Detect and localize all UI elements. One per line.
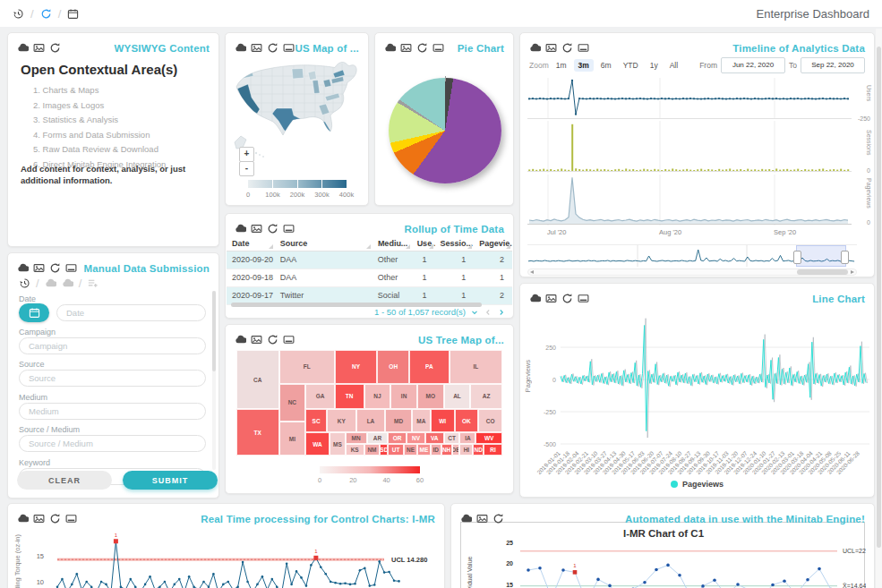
clear-button[interactable]: CLEAR xyxy=(17,471,112,490)
treemap-cell-CT[interactable]: CT xyxy=(444,432,460,444)
treemap-cell-AL[interactable]: AL xyxy=(444,384,471,409)
chevron-down-icon[interactable] xyxy=(470,308,479,317)
navigator-handle-right[interactable] xyxy=(841,251,849,264)
panel-title-manual[interactable]: Manual Data Submission xyxy=(83,263,210,274)
imr-chart-of-c1[interactable]: I-MR Chart of C1Individual Value252015UC… xyxy=(461,523,866,588)
treemap-cell-ND[interactable]: ND xyxy=(473,444,484,456)
treemap-cell-NM[interactable]: NM xyxy=(364,444,381,456)
chevron-right-ic[interactable] xyxy=(497,308,506,317)
navigator-selection[interactable] xyxy=(796,245,846,267)
page-scrollbar-thumb[interactable] xyxy=(877,47,881,548)
treemap-cell-NJ[interactable]: NJ xyxy=(364,384,391,409)
treemap-cell-RI[interactable]: RI xyxy=(484,444,502,456)
treemap-cell-AZ[interactable]: AZ xyxy=(470,384,502,409)
panel-title-control[interactable]: Real Time processing for Control Charts:… xyxy=(201,514,435,524)
treemap-cell-NY[interactable]: NY xyxy=(335,350,378,384)
panel-title-pie[interactable]: Pie Chart xyxy=(458,43,504,54)
submit-button[interactable]: SUBMIT xyxy=(123,471,218,490)
card-icon[interactable] xyxy=(65,262,77,274)
treemap-cell-ME[interactable]: ME xyxy=(417,444,431,456)
treemap-cell-KS[interactable]: KS xyxy=(346,444,364,456)
treemap-cell-UT[interactable]: UT xyxy=(388,444,404,456)
image-icon[interactable] xyxy=(545,42,557,54)
treemap-cell-TN[interactable]: TN xyxy=(335,384,364,409)
treemap-cell-WA[interactable]: WA xyxy=(305,432,330,456)
refresh-icon[interactable] xyxy=(416,42,428,54)
image-icon[interactable] xyxy=(33,262,45,274)
zoom-option-6m[interactable]: 6m xyxy=(596,59,616,72)
date-picker-button[interactable] xyxy=(19,303,49,322)
treemap-cell-IL[interactable]: IL xyxy=(450,350,502,384)
zoom-option-3m[interactable]: 3m xyxy=(574,59,594,72)
image-icon[interactable] xyxy=(33,513,45,524)
source-field[interactable] xyxy=(19,370,206,387)
chevron-left-ic[interactable] xyxy=(484,308,492,317)
zoom-option-1m[interactable]: 1m xyxy=(552,59,571,72)
users-chart[interactable] xyxy=(527,78,852,119)
refresh-icon[interactable] xyxy=(49,513,61,524)
sessions-chart[interactable] xyxy=(527,121,852,173)
image-icon[interactable] xyxy=(476,513,488,524)
treemap-cell-MI[interactable]: MI xyxy=(279,422,306,456)
treemap-cell-DE[interactable]: DE xyxy=(452,444,460,456)
chart-legend[interactable]: Pageviews xyxy=(520,480,874,489)
treemap-cell-MO[interactable]: MO xyxy=(417,384,444,409)
cloud-icon[interactable] xyxy=(529,42,541,54)
treemap-cell-HI[interactable]: HI xyxy=(459,444,473,456)
navigator-handle-left[interactable] xyxy=(793,251,801,264)
treemap-cell-MD[interactable]: MD xyxy=(385,409,412,432)
panel-title-wysiwyg[interactable]: WYSIWYG Content xyxy=(115,43,210,54)
refresh-icon[interactable] xyxy=(492,513,504,524)
image-icon[interactable] xyxy=(251,223,262,234)
cloud-icon[interactable] xyxy=(62,277,73,289)
page-scrollbar[interactable] xyxy=(876,29,882,588)
medium-field[interactable] xyxy=(19,403,206,420)
scroll-thumb[interactable] xyxy=(797,269,848,275)
treemap-cell-MN[interactable]: MN xyxy=(346,432,367,444)
image-icon[interactable] xyxy=(251,42,262,54)
panel-title-line-chart[interactable]: Line Chart xyxy=(812,294,865,304)
panel-title-treemap[interactable]: US Tree Map of... xyxy=(418,335,504,345)
treemap-cell-MS[interactable]: MS xyxy=(330,432,346,456)
treemap-cell-ID[interactable]: ID xyxy=(431,444,441,456)
treemap-cell-SD[interactable]: SD xyxy=(380,444,388,456)
zoom-option-ytd[interactable]: YTD xyxy=(619,59,643,72)
refresh-icon[interactable] xyxy=(267,42,278,54)
treemap-cell-KY[interactable]: KY xyxy=(327,409,356,432)
column-header[interactable]: Sessio... xyxy=(435,235,475,251)
card-icon[interactable] xyxy=(432,42,444,54)
treemap-cell-NV[interactable]: NV xyxy=(407,432,425,444)
treemap-cell-PA[interactable]: PA xyxy=(409,350,450,384)
treemap-cell-AR[interactable]: AR xyxy=(367,432,389,444)
cloud-icon[interactable] xyxy=(529,293,541,304)
treemap-cell-NH[interactable]: NH xyxy=(441,444,452,456)
from-date-input[interactable] xyxy=(721,57,785,73)
panel-title-minitab[interactable]: Automated data in use with the Minitab E… xyxy=(625,514,865,524)
scroll-left-arrow[interactable] xyxy=(530,270,534,274)
card-icon[interactable] xyxy=(283,223,295,234)
image-icon[interactable] xyxy=(33,42,45,54)
refresh-icon[interactable] xyxy=(561,293,573,304)
panel-title-timeline[interactable]: Timeline of Analytics Data xyxy=(732,43,865,54)
form-scrollbar[interactable] xyxy=(212,291,216,470)
image-icon[interactable] xyxy=(545,293,557,304)
card-icon[interactable] xyxy=(283,334,295,345)
card-icon[interactable] xyxy=(578,42,589,54)
map-zoom-out-button[interactable]: - xyxy=(239,161,254,176)
treemap-cell-NC[interactable]: NC xyxy=(279,384,306,422)
treemap-cell-OR[interactable]: OR xyxy=(388,432,407,444)
to-date-input[interactable] xyxy=(801,57,865,73)
card-icon[interactable] xyxy=(283,42,295,54)
refresh-icon[interactable] xyxy=(40,8,52,20)
cloud-icon[interactable] xyxy=(235,223,246,234)
column-header[interactable]: Source xyxy=(275,235,372,251)
treemap-cell-WV[interactable]: WV xyxy=(475,432,502,444)
treemap-cell-GA[interactable]: GA xyxy=(305,384,335,409)
date-field[interactable] xyxy=(56,304,206,321)
refresh-icon[interactable] xyxy=(49,42,61,54)
source-medium-field[interactable] xyxy=(19,435,206,452)
treemap-cell-OK[interactable]: OK xyxy=(455,409,479,432)
card-icon[interactable] xyxy=(578,293,589,304)
cloud-icon[interactable] xyxy=(384,42,396,54)
treemap-cell-MA[interactable]: MA xyxy=(412,409,431,432)
